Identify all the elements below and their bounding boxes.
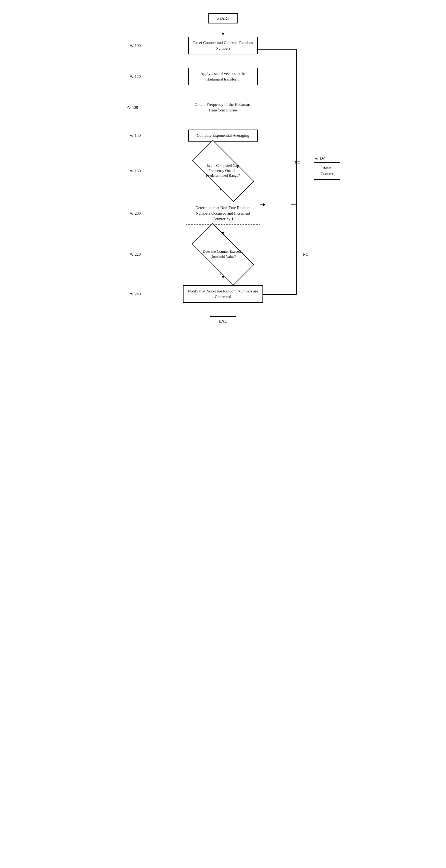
step-label-200: ∿ 200 — [130, 211, 141, 216]
zigzag-220: ∿ — [130, 252, 133, 257]
step-label-220: ∿ 220 — [130, 252, 141, 257]
node-220-row: ∿ 220 Does the Counter Exceed a Threshol… — [148, 238, 298, 270]
node-200-process: Determine that Non-True Random Numbers O… — [186, 202, 260, 225]
node-120-row: ∿ 120 Apply a set of vectors to the Hada… — [148, 68, 298, 85]
step-label-100: ∿ 100 — [130, 43, 141, 48]
node-200-row: ∿ 200 Determine that Non-True Random Num… — [148, 202, 298, 225]
zigzag-200: ∿ — [130, 211, 133, 216]
node-140-process: Compute Exponential Averaging — [188, 130, 258, 142]
step-label-120: ∿ 120 — [130, 74, 141, 79]
end-node-row: END — [148, 316, 298, 326]
no-branch-160: NO — [295, 169, 300, 173]
end-terminal: END — [210, 316, 236, 326]
zigzag-160: ∿ — [130, 168, 133, 173]
node-100-process: Reset Counter and Generate Random Number… — [188, 37, 258, 54]
step-label-240: ∿ 240 — [130, 292, 141, 297]
flowchart-container: START ∿ 100 Reset Counter and Generate R… — [148, 5, 298, 342]
node-120-process: Apply a set of vectors to the Hadamard t… — [188, 68, 258, 85]
node-180-group: ∿ 180 Reset Counter — [314, 162, 340, 180]
no-label-220: NO — [303, 252, 308, 256]
step-label-130: ∿ 130 — [127, 105, 138, 110]
node-160-row: ∿ 160 Is the Computed Gap Frequency Out … — [148, 155, 298, 187]
diamond-text-160: Is the Computed Gap Frequency Out of a P… — [199, 163, 247, 179]
step-label-180: 180 — [319, 156, 325, 161]
node-130-row: ∿ 130 Obtain Frequency of the Hadamard T… — [148, 99, 298, 116]
zigzag-240: ∿ — [130, 292, 133, 297]
node-140-row: ∿ 140 Compute Exponential Averaging — [148, 130, 298, 142]
step-label-180-group: ∿ 180 — [315, 156, 325, 161]
node-240-row: ∿ 240 Notify that Non-True Random Number… — [148, 285, 298, 303]
zigzag-100: ∿ — [130, 43, 133, 48]
node-240-process: Notify that Non-True Random Numbers are … — [183, 285, 263, 303]
zigzag-180: ∿ — [315, 156, 318, 161]
step-label-140: ∿ 140 — [130, 133, 141, 138]
no-label-160: NO — [295, 161, 300, 165]
node-130-process: Obtain Frequency of the Hadamard Transfo… — [186, 99, 260, 116]
node-220-diamond: Does the Counter Exceed a Threshold Valu… — [188, 238, 258, 270]
node-160-diamond: Is the Computed Gap Frequency Out of a P… — [188, 155, 258, 187]
zigzag-120: ∿ — [130, 74, 133, 79]
start-node-row: START — [148, 13, 298, 24]
zigzag-140: ∿ — [130, 133, 133, 138]
zigzag-130: ∿ — [127, 105, 131, 110]
diamond-text-220: Does the Counter Exceed a Threshold Valu… — [199, 249, 247, 259]
node-100-row: ∿ 100 Reset Counter and Generate Random … — [148, 37, 298, 54]
step-label-160: ∿ 160 — [130, 168, 141, 173]
no-branch-220: NO — [303, 252, 308, 257]
start-terminal: START — [208, 13, 238, 24]
node-180-process: Reset Counter — [314, 162, 340, 180]
